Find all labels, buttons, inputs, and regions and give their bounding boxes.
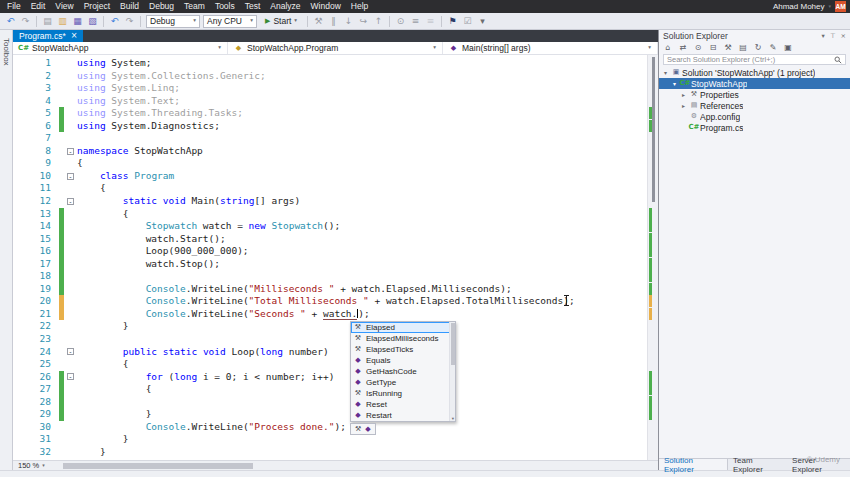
properties-icon[interactable]: ⚒ — [723, 44, 733, 52]
scrollbar-thumb[interactable] — [451, 323, 455, 365]
tree-item-solution-stopwatchapp-1-project[interactable]: ▾▣Solution 'StopWatchApp' (1 project) — [659, 67, 850, 78]
code-line[interactable]: 19 Console.WriteLine("Milliseconds " + w… — [13, 283, 658, 296]
menu-item-test[interactable]: Test — [240, 0, 266, 13]
solution-configurations-dropdown[interactable]: Debug ▾ — [146, 15, 200, 28]
code-line[interactable]: 18 — [13, 270, 658, 283]
completion-item[interactable]: ◆Restart — [351, 410, 455, 421]
menu-item-file[interactable]: File — [2, 0, 26, 13]
completion-item[interactable]: ◆Equals — [351, 355, 455, 366]
code-line[interactable]: 17 watch.Stop(); — [13, 258, 658, 271]
expander-icon[interactable]: ▾ — [670, 80, 679, 87]
code-line[interactable]: 32 } — [13, 446, 658, 459]
type-dropdown[interactable]: ◆ StopWatchApp.Program ▾ — [228, 42, 443, 54]
save-all-icon[interactable]: ▧ — [86, 15, 99, 28]
completion-item[interactable]: ⚒IsRunning — [351, 388, 455, 399]
menu-item-debug[interactable]: Debug — [144, 0, 179, 13]
menu-item-edit[interactable]: Edit — [26, 0, 51, 13]
tree-item-references[interactable]: ▸▤References — [659, 100, 850, 111]
step-over-icon[interactable]: ↪ — [357, 15, 370, 28]
task-list-icon[interactable]: ☑ — [461, 15, 474, 28]
menu-item-project[interactable]: Project — [79, 0, 115, 13]
code-line[interactable]: 16 Loop(900_000_000); — [13, 245, 658, 258]
panel-tab-team-explorer[interactable]: Team Explorer — [728, 459, 787, 470]
menu-item-view[interactable]: View — [50, 0, 78, 13]
menu-item-team[interactable]: Team — [179, 0, 210, 13]
undo-icon[interactable]: ↶ — [108, 15, 121, 28]
member-dropdown[interactable]: ◆ Main(string[] args) ▾ — [443, 42, 658, 54]
tab-program-cs[interactable]: Program.cs* × — [13, 30, 83, 42]
find-icon[interactable]: ⊙ — [394, 15, 407, 28]
search-box[interactable]: Search Solution Explorer (Ctrl+;) — [663, 54, 846, 65]
expander-icon[interactable]: ▸ — [679, 91, 688, 98]
project-dropdown[interactable]: C# StopWatchApp ▾ — [13, 42, 228, 54]
scrollbar-thumb[interactable] — [63, 463, 253, 469]
menu-item-tools[interactable]: Tools — [210, 0, 240, 13]
completion-item[interactable]: ◆GetType — [351, 377, 455, 388]
code-line[interactable]: 29 } — [13, 408, 658, 421]
code-editor[interactable]: 1using System;2using System.Collections.… — [13, 55, 658, 460]
collapse-region-icon[interactable]: - — [67, 173, 74, 180]
zoom-control[interactable]: 150 % ▾ — [13, 461, 61, 470]
code-line[interactable]: 9{ — [13, 157, 658, 170]
tree-item-properties[interactable]: ▸⚒Properties — [659, 89, 850, 100]
code-line[interactable]: 20 Console.WriteLine("Total Milliseconds… — [13, 295, 658, 308]
build-icon[interactable]: ⚒ — [312, 15, 325, 28]
code-line[interactable]: 22 } — [13, 320, 658, 333]
expander-icon[interactable]: ▾ — [661, 69, 670, 76]
filter-methods-icon[interactable]: ◆ — [365, 426, 370, 433]
completion-item[interactable]: ◆GetHashCode — [351, 366, 455, 377]
vertical-scrollbar[interactable] — [647, 55, 658, 460]
code-line[interactable]: 2using System.Collections.Generic; — [13, 70, 658, 83]
uncomment-icon[interactable]: ≡ — [424, 15, 437, 28]
collapse-region-icon[interactable]: - — [67, 373, 74, 380]
expander-icon[interactable]: ▸ — [679, 102, 688, 109]
redo-icon[interactable]: ↷ — [123, 15, 136, 28]
show-all-files-icon[interactable]: ▤ — [738, 44, 748, 52]
scrollbar-thumb[interactable] — [652, 57, 655, 202]
tree-item-stopwatchapp[interactable]: ▾C#StopWatchApp — [659, 78, 850, 89]
navigate-backward-icon[interactable]: ↶ — [4, 15, 17, 28]
code-line[interactable]: 21 Console.WriteLine("Seconds " + watch.… — [13, 308, 658, 321]
solution-platforms-dropdown[interactable]: Any CPU ▾ — [203, 15, 257, 28]
code-line[interactable]: 12- static void Main(string[] args) — [13, 195, 658, 208]
code-line[interactable]: 13 { — [13, 208, 658, 221]
code-line[interactable]: 15 watch.Start(); — [13, 233, 658, 246]
user-avatar[interactable]: AM — [835, 1, 846, 12]
collapse-region-icon[interactable]: - — [67, 348, 74, 355]
code-line[interactable]: 31 } — [13, 433, 658, 446]
window-position-icon[interactable]: ▾ — [822, 33, 825, 40]
code-line[interactable]: 11 { — [13, 182, 658, 195]
code-line[interactable]: 26- for (long i = 0; i < number; i++) — [13, 371, 658, 384]
completion-item[interactable]: ⚒ElapsedTicks — [351, 344, 455, 355]
collapse-region-icon[interactable]: - — [67, 198, 74, 205]
home-icon[interactable]: ⌂ — [663, 44, 673, 52]
collapse-all-icon[interactable]: ⊟ — [708, 44, 718, 52]
code-line[interactable]: 4using System.Text; — [13, 95, 658, 108]
code-line[interactable]: 24- public static void Loop(long number) — [13, 346, 658, 359]
code-line[interactable]: 27 { — [13, 383, 658, 396]
horizontal-scrollbar[interactable] — [61, 461, 658, 470]
menu-item-build[interactable]: Build — [115, 0, 144, 13]
close-icon[interactable]: × — [71, 32, 78, 40]
code-line[interactable]: 23 — [13, 333, 658, 346]
start-debugging-button[interactable]: ▶ Start ▾ — [260, 14, 302, 29]
code-line[interactable]: 7 — [13, 132, 658, 145]
step-out-icon[interactable]: ↑ — [372, 15, 385, 28]
collapse-region-icon[interactable]: - — [67, 148, 74, 155]
code-line[interactable]: 28 — [13, 396, 658, 409]
break-all-icon[interactable]: ‖ — [327, 15, 340, 28]
navigate-forward-icon[interactable]: ↷ — [19, 15, 32, 28]
step-into-icon[interactable]: ↓ — [342, 15, 355, 28]
code-line[interactable]: 10- class Program — [13, 170, 658, 183]
code-line[interactable]: 14 Stopwatch watch = new Stopwatch(); — [13, 220, 658, 233]
menu-item-help[interactable]: Help — [346, 0, 373, 13]
user-menu-caret-icon[interactable]: ▾ — [828, 4, 831, 9]
comment-icon[interactable]: ≡ — [409, 15, 422, 28]
scroll-down-icon[interactable]: ▾ — [450, 417, 456, 422]
close-icon[interactable]: × — [841, 33, 846, 40]
completion-item[interactable]: ◆Reset — [351, 399, 455, 410]
code-line[interactable]: 30 Console.WriteLine("Process done."); — [13, 421, 658, 434]
switch-views-icon[interactable]: ⇄ — [678, 44, 688, 52]
open-file-icon[interactable]: ▥ — [56, 15, 69, 28]
user-name[interactable]: Ahmad Mohey — [773, 2, 825, 11]
